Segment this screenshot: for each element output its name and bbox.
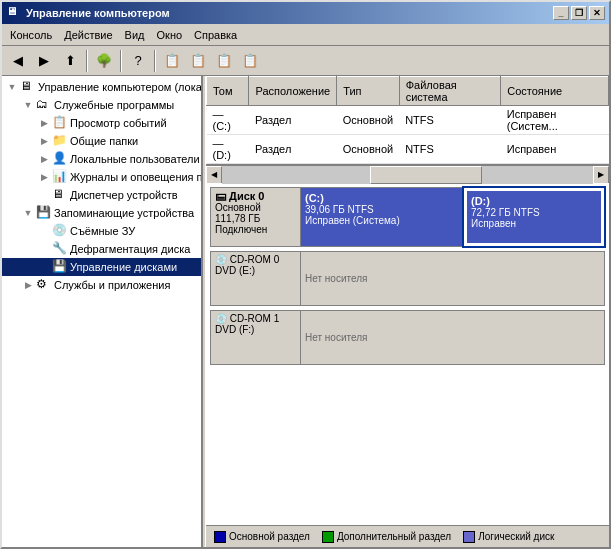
help-button[interactable]: ? (126, 49, 150, 73)
expand-folders[interactable]: ▶ (36, 133, 52, 149)
tree-item-root[interactable]: ▼ 🖥 Управление компьютером (локал... (2, 78, 201, 96)
icon-folders: 📁 (52, 133, 68, 149)
back-button[interactable]: ◀ (6, 49, 30, 73)
label-events: Просмотр событий (70, 117, 167, 129)
window-title: Управление компьютером (26, 7, 553, 19)
cdrom0-nomedia: Нет носителя (305, 273, 367, 284)
icon-storage: 💾 (36, 205, 52, 221)
label-devmgr: Диспетчер устройств (70, 189, 178, 201)
minimize-button[interactable]: _ (553, 6, 569, 20)
disk0-status: Подключен (215, 224, 296, 235)
toolbar-sep-1 (86, 50, 88, 72)
cdrom0-entry: 💿 CD-ROM 0 DVD (E:) Нет носителя (210, 251, 605, 306)
cell-status-1: Исправен (Систем... (501, 106, 609, 135)
icon-removable: 💿 (52, 223, 68, 239)
partition-d[interactable]: (D:) 72,72 ГБ NTFS Исправен (464, 188, 604, 246)
cdrom1-name: 💿 CD-ROM 1 (215, 313, 296, 324)
show-hide-button[interactable]: 🌳 (92, 49, 116, 73)
tree-item-logs[interactable]: ▶ 📊 Журналы и оповещения пр... (2, 168, 201, 186)
table-row[interactable]: — (C:) Раздел Основной NTFS Исправен (Си… (207, 106, 609, 135)
legend-extended-label: Дополнительный раздел (337, 531, 451, 542)
tree-item-folders[interactable]: ▶ 📁 Общие папки (2, 132, 201, 150)
toolbar-btn-6[interactable]: 📋 (212, 49, 236, 73)
disk0-size: 111,78 ГБ (215, 213, 296, 224)
cdrom1-info: 💿 CD-ROM 1 DVD (F:) (210, 310, 300, 365)
menu-view[interactable]: Вид (119, 27, 151, 43)
scroll-right-btn[interactable]: ▶ (593, 166, 609, 184)
tree-item-defrag[interactable]: ▶ 🔧 Дефрагментация диска (2, 240, 201, 258)
label-storage: Запоминающие устройства (54, 207, 194, 219)
disk0-type: Основной (215, 202, 296, 213)
menu-help[interactable]: Справка (188, 27, 243, 43)
toolbar: ◀ ▶ ⬆ 🌳 ? 📋 📋 📋 📋 (2, 46, 609, 76)
partition-c[interactable]: (C:) 39,06 ГБ NTFS Исправен (Система) (301, 188, 464, 246)
window-icon: 🖥 (6, 5, 22, 21)
cdrom1-entry: 💿 CD-ROM 1 DVD (F:) Нет носителя (210, 310, 605, 365)
toolbar-btn-7[interactable]: 📋 (238, 49, 262, 73)
close-button[interactable]: ✕ (589, 6, 605, 20)
cell-fs-1: NTFS (399, 106, 501, 135)
cdrom1-nomedia: Нет носителя (305, 332, 367, 343)
partition-c-label: (C:) (305, 192, 459, 204)
tree-item-services[interactable]: ▼ 🗂 Служебные программы (2, 96, 201, 114)
expand-storage[interactable]: ▼ (20, 205, 36, 221)
tree-item-events[interactable]: ▶ 📋 Просмотр событий (2, 114, 201, 132)
expand-users[interactable]: ▶ (36, 151, 52, 167)
label-defrag: Дефрагментация диска (70, 243, 190, 255)
scroll-track[interactable] (222, 166, 593, 184)
col-status[interactable]: Состояние (501, 77, 609, 106)
partition-d-label: (D:) (471, 195, 597, 207)
expand-root[interactable]: ▼ (4, 79, 20, 95)
tree-item-users[interactable]: ▶ 👤 Локальные пользователи (2, 150, 201, 168)
col-location[interactable]: Расположение (249, 77, 337, 106)
col-tom[interactable]: Том (207, 77, 249, 106)
cell-type-1: Основной (337, 106, 399, 135)
cell-location-2: Раздел (249, 135, 337, 164)
legend-logical: Логический диск (463, 531, 554, 543)
icon-events: 📋 (52, 115, 68, 131)
tree-item-diskmgmt[interactable]: ▶ 💾 Управление дисками (2, 258, 201, 276)
tree-item-removable[interactable]: ▶ 💿 Съёмные ЗУ (2, 222, 201, 240)
col-fs[interactable]: Файловая система (399, 77, 501, 106)
menu-action[interactable]: Действие (58, 27, 118, 43)
disk-visual: 🖴 Диск 0 Основной 111,78 ГБ Подключен (C… (206, 183, 609, 525)
disk0-partitions: (C:) 39,06 ГБ NTFS Исправен (Система) (D… (300, 187, 605, 247)
up-button[interactable]: ⬆ (58, 49, 82, 73)
toolbar-btn-4[interactable]: 📋 (160, 49, 184, 73)
right-panel: Том Расположение Тип Файловая система Со… (206, 76, 609, 547)
h-scrollbar: ◀ ▶ (206, 165, 609, 183)
expand-services[interactable]: ▼ (20, 97, 36, 113)
icon-logs: 📊 (52, 169, 68, 185)
icon-diskmgmt: 💾 (52, 259, 68, 275)
menu-bar: Консоль Действие Вид Окно Справка (2, 24, 609, 46)
menu-console[interactable]: Консоль (4, 27, 58, 43)
disk-table: Том Расположение Тип Файловая система Со… (206, 76, 609, 165)
icon-svcapp: ⚙ (36, 277, 52, 293)
restore-button[interactable]: ❐ (571, 6, 587, 20)
cdrom1-area: Нет носителя (300, 310, 605, 365)
table-row[interactable]: — (D:) Раздел Основной NTFS Исправен (207, 135, 609, 164)
toolbar-sep-3 (154, 50, 156, 72)
icon-users: 👤 (52, 151, 68, 167)
expand-svcapp[interactable]: ▶ (20, 277, 36, 293)
title-bar-buttons: _ ❐ ✕ (553, 6, 605, 20)
col-type[interactable]: Тип (337, 77, 399, 106)
expand-logs[interactable]: ▶ (36, 169, 52, 185)
disk0-info: 🖴 Диск 0 Основной 111,78 ГБ Подключен (210, 187, 300, 247)
cell-tom-2: — (D:) (207, 135, 249, 164)
scroll-left-btn[interactable]: ◀ (206, 166, 222, 184)
cdrom1-type: DVD (F:) (215, 324, 296, 335)
tree-item-storage[interactable]: ▼ 💾 Запоминающие устройства (2, 204, 201, 222)
legend-primary: Основной раздел (214, 531, 310, 543)
icon-services: 🗂 (36, 97, 52, 113)
cell-location-1: Раздел (249, 106, 337, 135)
tree-item-devmgr[interactable]: ▶ 🖥 Диспетчер устройств (2, 186, 201, 204)
forward-button[interactable]: ▶ (32, 49, 56, 73)
tree-item-svcapp[interactable]: ▶ ⚙ Службы и приложения (2, 276, 201, 294)
legend: Основной раздел Дополнительный раздел Ло… (206, 525, 609, 547)
menu-window[interactable]: Окно (151, 27, 189, 43)
label-diskmgmt: Управление дисками (70, 261, 177, 273)
expand-events[interactable]: ▶ (36, 115, 52, 131)
toolbar-btn-5[interactable]: 📋 (186, 49, 210, 73)
scroll-thumb[interactable] (370, 166, 481, 184)
